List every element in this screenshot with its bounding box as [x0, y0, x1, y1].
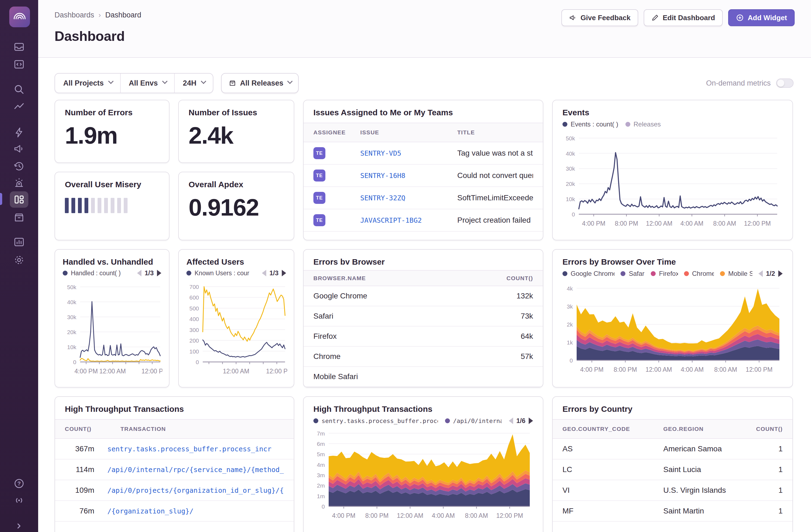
sidebar-item-releases[interactable]	[10, 209, 28, 226]
issue-link[interactable]: SENTRY-32ZQ	[360, 194, 406, 202]
affected-users-chart[interactable]: 010020030040050060070012:00 AM12:00 P	[186, 279, 287, 379]
widget-issues-assigned[interactable]: Issues Assigned to Me or My Teams ASSIGN…	[303, 100, 544, 240]
errors-over-time-chart[interactable]: 01k2k3k4k4:00 PM8:00 PM12:00 AM4:00 AM8:…	[560, 279, 784, 378]
project-filter[interactable]: All Projects	[55, 74, 120, 93]
sentry-logo[interactable]	[9, 6, 30, 27]
col-count[interactable]: COUNT()	[484, 275, 533, 282]
sidebar-item-alerts[interactable]	[10, 175, 28, 191]
sidebar-item-replays[interactable]	[10, 158, 28, 174]
widget-errors-by-browser[interactable]: Errors by Browser BROWSER.NAME COUNT() G…	[303, 249, 544, 387]
legend-item[interactable]: Known Users : cour	[186, 270, 249, 277]
col-region[interactable]: GEO.REGION	[663, 426, 745, 432]
release-filter[interactable]: All Releases	[221, 73, 299, 93]
table-row[interactable]: LCSaint Lucia1	[553, 459, 793, 480]
legend-item[interactable]: Events : count( )	[563, 120, 618, 128]
legend-item[interactable]: sentry.tasks.process_buffer.process_incr	[313, 417, 438, 424]
issue-link[interactable]: JAVASCRIPT-1BG2	[360, 216, 422, 224]
table-row[interactable]: Firefox64k	[304, 326, 543, 347]
col-title[interactable]: TITLE	[457, 129, 533, 136]
legend-item[interactable]: Chrome	[684, 270, 714, 277]
col-count[interactable]: COUNT()	[65, 426, 120, 432]
sidebar-item-metrics[interactable]	[10, 98, 28, 115]
widget-overall-user-misery[interactable]: Overall User Misery	[55, 172, 169, 240]
table-row[interactable]: TE SENTRY-32ZQ SoftTimeLimitExceeded /ap…	[304, 187, 543, 209]
table-row[interactable]: VIU.S. Virgin Islands1	[553, 480, 793, 501]
widget-number-of-issues[interactable]: Number of Issues 2.4k	[178, 100, 294, 163]
widget-errors-by-browser-over-time[interactable]: Errors by Browser Over Time Google Chrom…	[552, 249, 793, 387]
widget-handled-vs-unhandled[interactable]: Handled vs. Unhandled Handled : count( )…	[55, 249, 169, 387]
prev-arrow-icon[interactable]	[137, 270, 141, 276]
issue-link[interactable]: SENTRY-16H8	[360, 172, 406, 180]
prev-arrow-icon[interactable]	[262, 270, 266, 276]
next-arrow-icon[interactable]	[282, 270, 286, 276]
table-row[interactable]: TE JAVASCRIPT-1BG2 Project creation fail…	[304, 209, 543, 232]
col-browser-name[interactable]: BROWSER.NAME	[313, 275, 484, 282]
table-row[interactable]: 114m/api/0/internal/rpc/{service_name}/{…	[55, 459, 294, 480]
table-row[interactable]: TE SENTRY-VD5 Tag value was not a string	[304, 142, 543, 165]
transaction-link[interactable]: sentry.tasks.process_buffer.process_incr	[107, 445, 272, 453]
table-row[interactable]: ASAmerican Samoa1	[553, 439, 793, 459]
widget-high-throughput-chart[interactable]: High Throughput Transactions sentry.task…	[303, 396, 544, 532]
widget-high-throughput-table[interactable]: High Throughput Transactions COUNT() TRA…	[55, 396, 294, 532]
sidebar-item-projects[interactable]	[10, 56, 28, 73]
sidebar-collapse[interactable]	[10, 518, 28, 532]
legend-item[interactable]: /api/0/internal/r	[445, 417, 502, 424]
issue-link[interactable]: SENTRY-VD5	[360, 149, 401, 157]
prev-arrow-icon[interactable]	[759, 270, 763, 277]
ondemand-toggle[interactable]	[776, 78, 794, 88]
sidebar-item-issues[interactable]	[10, 39, 28, 55]
table-row[interactable]: Safari73k	[304, 306, 543, 326]
legend-item[interactable]: Google Chrome	[563, 270, 614, 277]
transaction-link[interactable]: /api/0/projects/{organization_id_or_slug…	[107, 486, 284, 495]
table-row[interactable]: 109m/api/0/projects/{organization_id_or_…	[55, 480, 294, 501]
legend-item[interactable]: Safari	[621, 270, 645, 277]
table-row[interactable]: 367msentry.tasks.process_buffer.process_…	[55, 439, 294, 459]
widget-errors-by-country[interactable]: Errors by Country GEO.COUNTRY_CODE GEO.R…	[552, 396, 793, 532]
legend-item[interactable]: Firefox	[651, 270, 678, 277]
transaction-link[interactable]: /{organization_slug}/	[107, 507, 194, 515]
table-row[interactable]: Google Chrome132k	[304, 286, 543, 306]
next-arrow-icon[interactable]	[157, 270, 161, 276]
col-assignee[interactable]: ASSIGNEE	[313, 129, 360, 136]
table-row[interactable]: Mobile Safari	[304, 367, 543, 387]
country-code: LC	[563, 465, 663, 474]
prev-arrow-icon[interactable]	[509, 417, 513, 424]
sidebar-item-search[interactable]	[10, 81, 28, 97]
throughput-chart[interactable]: 01m2m3m4m5m6m7m4:00 PM8:00 PM12:00 AM4:0…	[311, 427, 534, 524]
sidebar-item-dashboards[interactable]	[10, 191, 28, 208]
table-row[interactable]: TE SENTRY-16H8 Could not convert query t…	[304, 165, 543, 187]
legend-item[interactable]: Releases	[625, 120, 661, 128]
sidebar-item-settings[interactable]	[10, 252, 28, 268]
sidebar-item-help[interactable]: ?	[10, 475, 28, 492]
sidebar-item-user-feedback[interactable]	[10, 141, 28, 157]
legend-item[interactable]: Handled : count( )	[63, 270, 121, 277]
next-arrow-icon[interactable]	[778, 270, 783, 277]
sidebar-item-broadcasts[interactable]	[10, 492, 28, 508]
date-range-filter[interactable]: 24H	[174, 74, 213, 93]
sidebar-item-stats[interactable]	[10, 234, 28, 250]
events-chart[interactable]: 010k20k30k40k50k4:00 PM8:00 PM12:00 AM4:…	[560, 130, 782, 232]
col-issue[interactable]: ISSUE	[360, 129, 457, 136]
sidebar-item-performance[interactable]	[10, 124, 28, 141]
next-arrow-icon[interactable]	[529, 417, 533, 424]
table-row[interactable]: MFSaint Martin1	[553, 501, 793, 522]
transaction-link[interactable]: /api/0/internal/rpc/{service_name}/{meth…	[107, 466, 284, 474]
widget-affected-users[interactable]: Affected Users Known Users : cour 1/3 01…	[178, 249, 294, 387]
widget-events[interactable]: Events Events : count( ) Releases 010k20…	[552, 100, 793, 240]
col-count[interactable]: COUNT()	[745, 426, 783, 432]
add-widget-button[interactable]: Add Widget	[728, 9, 795, 26]
environment-filter[interactable]: All Envs	[120, 74, 174, 93]
give-feedback-button[interactable]: Give Feedback	[561, 9, 638, 26]
legend-item[interactable]: Mobile S	[720, 270, 752, 277]
help-icon: ?	[13, 477, 25, 489]
table-row[interactable]: 76m/{organization_slug}/	[55, 501, 294, 522]
widget-overall-apdex[interactable]: Overall Apdex 0.9162	[178, 172, 294, 240]
col-country-code[interactable]: GEO.COUNTRY_CODE	[563, 426, 663, 432]
widget-number-of-errors[interactable]: Number of Errors 1.9m	[55, 100, 169, 163]
breadcrumb-dashboards[interactable]: Dashboards	[55, 11, 94, 19]
table-row[interactable]: Chrome57k	[304, 347, 543, 367]
legend-label: Chrome	[692, 270, 714, 277]
edit-dashboard-button[interactable]: Edit Dashboard	[644, 9, 723, 26]
handled-chart[interactable]: 010k20k30k40k50k4:00 PM12:00 AM12:00 P	[63, 279, 163, 379]
col-transaction[interactable]: TRANSACTION	[120, 426, 284, 432]
